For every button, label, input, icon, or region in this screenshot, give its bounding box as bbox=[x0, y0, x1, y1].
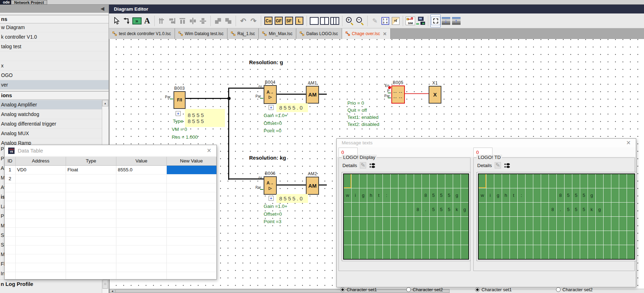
display-cell[interactable] bbox=[406, 217, 414, 231]
display-cell[interactable] bbox=[391, 174, 398, 188]
radio-circle[interactable] bbox=[406, 287, 411, 292]
block-X1[interactable]: X1X bbox=[429, 86, 441, 104]
radio-character-set2[interactable]: Character set2 bbox=[406, 287, 443, 292]
data-table-cell[interactable] bbox=[16, 263, 66, 272]
data-table-cell[interactable] bbox=[116, 192, 167, 201]
display-cell[interactable] bbox=[367, 174, 375, 188]
display-cell[interactable] bbox=[619, 245, 627, 259]
basic-functions-button[interactable]: GF bbox=[274, 15, 284, 27]
data-table-cell[interactable] bbox=[66, 228, 116, 236]
sidebar-item-clipped-4[interactable]: Av bbox=[0, 183, 4, 192]
sidebar-item-clipped-2[interactable]: Ar bbox=[0, 164, 4, 173]
sidebar-collapse-bar[interactable]: ◀ bbox=[0, 5, 109, 13]
display-cell[interactable] bbox=[445, 231, 453, 245]
sidebar-item-clipped-0[interactable]: PI bbox=[0, 144, 4, 154]
display-cell[interactable] bbox=[541, 203, 549, 216]
data-table-cell[interactable] bbox=[5, 245, 16, 254]
sidebar-item-clipped-13[interactable]: In bbox=[0, 269, 4, 278]
sidebar-item-diagram-5[interactable]: OGO bbox=[0, 71, 109, 80]
data-table-cell[interactable] bbox=[66, 263, 116, 272]
single-window-button[interactable] bbox=[309, 15, 319, 27]
display-cell[interactable] bbox=[494, 203, 502, 216]
display-cell[interactable] bbox=[437, 174, 445, 188]
data-table-cell[interactable] bbox=[167, 210, 216, 219]
document-tab-0[interactable]: test deck controller V1.0.lsc bbox=[109, 28, 175, 39]
special-functions-button[interactable]: SF bbox=[284, 15, 294, 27]
display-cell[interactable]: : bbox=[518, 188, 525, 202]
data-table-cell[interactable] bbox=[66, 210, 116, 219]
pc-transfer-button[interactable] bbox=[416, 15, 425, 27]
display-cell[interactable] bbox=[453, 174, 461, 188]
probe-tool[interactable] bbox=[431, 15, 440, 27]
radio-character-set1[interactable]: Character set1 bbox=[475, 287, 512, 292]
display-cell[interactable] bbox=[510, 174, 517, 188]
display-cell[interactable] bbox=[367, 203, 375, 216]
sidebar-item-clipped-9[interactable]: So bbox=[0, 231, 4, 240]
display-cell[interactable] bbox=[430, 174, 437, 188]
data-table-cell[interactable] bbox=[116, 254, 167, 263]
display-cell[interactable] bbox=[510, 245, 517, 259]
data-table-cell[interactable] bbox=[16, 245, 66, 254]
display-cell[interactable] bbox=[619, 203, 627, 216]
data-table-cell[interactable] bbox=[167, 175, 216, 183]
display-cell[interactable] bbox=[479, 174, 486, 188]
display-cell[interactable]: h bbox=[367, 188, 375, 202]
display-cell[interactable]: 5 bbox=[572, 203, 580, 216]
data-table-cell[interactable] bbox=[116, 272, 167, 280]
display-cell[interactable] bbox=[502, 174, 510, 188]
display-cell[interactable] bbox=[572, 174, 580, 188]
display-cell[interactable]: . bbox=[422, 203, 429, 216]
sidebar-item-instruction-1[interactable]: Analog watchdog bbox=[0, 110, 109, 119]
grid-format-icon[interactable] bbox=[157, 15, 167, 27]
simulation-button[interactable]: SIM bbox=[406, 15, 415, 27]
display-cell[interactable] bbox=[533, 203, 541, 216]
pencil-icon[interactable]: ✎ bbox=[370, 15, 380, 27]
data-table-titlebar[interactable]: LOGO V8 Data Table ✕ bbox=[5, 145, 216, 156]
radio-circle[interactable] bbox=[340, 287, 345, 292]
data-table-cell[interactable] bbox=[167, 237, 216, 245]
data-table-cell[interactable] bbox=[167, 201, 216, 210]
data-table-cell[interactable]: 8555.0 bbox=[116, 166, 167, 174]
display-cell[interactable] bbox=[344, 174, 351, 188]
display-cell[interactable]: w bbox=[344, 188, 351, 202]
sidebar-item-diagram-3[interactable] bbox=[0, 51, 109, 61]
display-cell[interactable] bbox=[344, 245, 351, 259]
display-cell[interactable] bbox=[486, 203, 494, 216]
data-table-cell[interactable] bbox=[167, 219, 216, 227]
special-characters-icon[interactable] bbox=[504, 163, 511, 168]
display-cell[interactable] bbox=[549, 245, 556, 259]
display-cell[interactable] bbox=[619, 174, 627, 188]
display-cell[interactable] bbox=[422, 231, 429, 245]
display-cell[interactable] bbox=[344, 231, 351, 245]
display-cell[interactable] bbox=[479, 217, 486, 231]
display-cell[interactable] bbox=[557, 231, 564, 245]
sidebar-item-clipped-6[interactable]: La bbox=[0, 202, 4, 211]
display-cell[interactable] bbox=[461, 174, 468, 188]
split-three-window-button[interactable] bbox=[330, 15, 340, 27]
display-cell[interactable] bbox=[619, 231, 627, 245]
data-table-cell[interactable] bbox=[16, 237, 66, 245]
send-backward-icon[interactable] bbox=[224, 15, 233, 27]
sidebar-item-clipped-10[interactable]: Sh bbox=[0, 240, 4, 250]
data-table-cell[interactable] bbox=[5, 228, 16, 236]
display-cell[interactable] bbox=[422, 217, 429, 231]
display-cell[interactable] bbox=[367, 245, 375, 259]
display-cell[interactable] bbox=[453, 245, 461, 259]
block-B003[interactable]: B003F/I bbox=[174, 91, 186, 109]
display-grid[interactable]: wight:8555g8.555kg bbox=[343, 173, 469, 260]
display-cell[interactable] bbox=[565, 174, 572, 188]
display-cell[interactable] bbox=[383, 203, 390, 216]
download-button[interactable]: ↓ bbox=[441, 15, 451, 27]
bring-forward-icon[interactable] bbox=[213, 15, 223, 27]
data-table-cell[interactable] bbox=[66, 272, 116, 280]
upload-button[interactable]: ↑ bbox=[451, 15, 461, 27]
display-cell[interactable] bbox=[604, 231, 611, 245]
display-cell[interactable] bbox=[430, 245, 437, 259]
radio-character-set1[interactable]: Character set1 bbox=[340, 287, 377, 292]
data-table-cell[interactable] bbox=[116, 245, 167, 254]
data-table-cell[interactable] bbox=[16, 192, 66, 201]
display-cell[interactable] bbox=[541, 188, 549, 202]
close-icon[interactable]: ✕ bbox=[626, 139, 631, 146]
display-cell[interactable] bbox=[375, 217, 382, 231]
display-cell[interactable] bbox=[344, 203, 351, 216]
